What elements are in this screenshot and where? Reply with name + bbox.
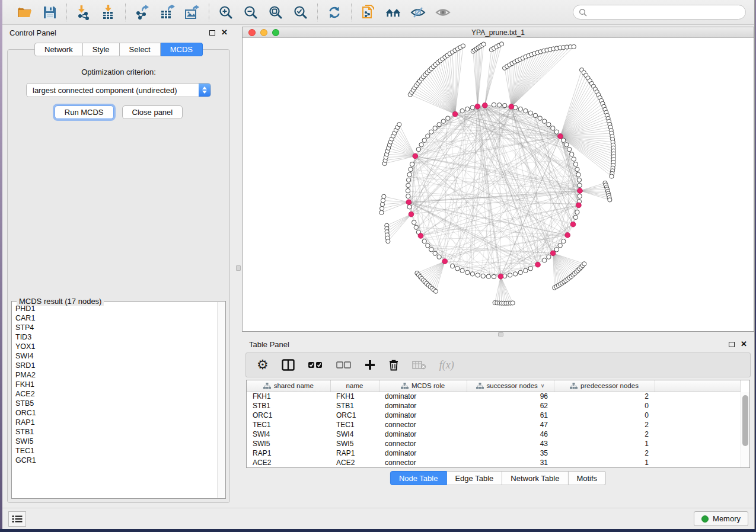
table-scrollbar-thumb[interactable]	[742, 395, 748, 446]
table-cell[interactable]: 0	[554, 411, 655, 420]
table-cell[interactable]: 2	[554, 420, 655, 430]
delete-column-icon[interactable]	[388, 356, 399, 374]
export-network-icon[interactable]	[134, 4, 151, 21]
import-table-icon[interactable]	[100, 4, 117, 21]
mcds-result-item[interactable]: YOX1	[15, 342, 217, 351]
table-cell[interactable]: ORC1	[247, 411, 330, 420]
search-field[interactable]	[573, 5, 746, 20]
zoom-out-icon[interactable]	[243, 4, 259, 21]
table-cell[interactable]: 29	[467, 467, 554, 468]
table-cell[interactable]: 61	[467, 411, 554, 420]
tab-network-table[interactable]: Network Table	[502, 471, 568, 485]
show-all-icon[interactable]	[435, 4, 451, 21]
table-cell[interactable]: dominator	[379, 430, 467, 439]
create-column-icon[interactable]	[365, 356, 375, 374]
table-settings-icon[interactable]: ⚙	[257, 356, 269, 374]
table-cell[interactable]: 47	[467, 420, 554, 430]
table-cell[interactable]: YOX1	[330, 467, 379, 468]
vertical-splitter[interactable]	[235, 25, 242, 508]
mcds-result-item[interactable]: SRD1	[15, 361, 217, 370]
table-cell[interactable]: FKH1	[330, 392, 379, 401]
table-cell[interactable]: 35	[467, 448, 554, 458]
float-panel-icon[interactable]	[729, 342, 735, 347]
table-cell[interactable]: 0	[554, 401, 655, 411]
table-cell[interactable]: TEC1	[330, 420, 379, 430]
table-cell[interactable]: YOX1	[247, 467, 330, 468]
table-cell[interactable]: connector	[379, 467, 467, 468]
table-cell[interactable]: 62	[467, 401, 554, 411]
mcds-result-item[interactable]: RAP1	[15, 418, 217, 427]
import-network-icon[interactable]	[75, 4, 92, 21]
table-cell[interactable]: SWI5	[330, 439, 379, 448]
export-image-icon[interactable]	[184, 4, 200, 21]
table-cell[interactable]: 1	[554, 439, 655, 448]
mcds-result-item[interactable]: TID3	[15, 332, 217, 342]
mcds-result-item[interactable]: FKH1	[15, 380, 217, 389]
table-cell[interactable]: ACE2	[247, 458, 330, 467]
table-cell[interactable]: dominator	[379, 448, 467, 458]
table-cell[interactable]: 1	[554, 458, 655, 467]
table-cell[interactable]: 2	[554, 448, 655, 458]
table-row[interactable]: YOX1YOX1connector291	[247, 467, 741, 468]
criterion-dropdown[interactable]: largest connected component (undirected)	[26, 83, 211, 97]
table-cell[interactable]: SWI5	[247, 439, 330, 448]
zoom-fit-icon[interactable]	[267, 4, 284, 21]
memory-button[interactable]: Memory	[694, 511, 748, 526]
hide-selected-icon[interactable]	[410, 4, 426, 21]
column-header-successor-nodes[interactable]: successor nodes∨	[467, 380, 554, 392]
table-cell[interactable]: connector	[379, 420, 467, 430]
column-header-shared-name[interactable]: shared name	[247, 380, 330, 392]
mcds-result-item[interactable]: TEC1	[15, 446, 217, 456]
search-input[interactable]	[591, 8, 740, 17]
save-session-icon[interactable]	[42, 4, 58, 21]
table-cell[interactable]: STB1	[330, 401, 379, 411]
column-header-name[interactable]: name	[330, 380, 379, 392]
first-neighbors-icon[interactable]	[385, 4, 401, 21]
deselect-all-columns-icon[interactable]	[336, 356, 352, 374]
table-row[interactable]: FKH1FKH1dominator962	[247, 392, 741, 401]
mcds-result-scrollbar[interactable]	[217, 302, 225, 498]
mcds-result-item[interactable]: STB5	[15, 399, 217, 408]
horizontal-splitter[interactable]	[242, 332, 754, 337]
mcds-result-item[interactable]: PHD1	[15, 304, 217, 313]
mcds-result-list[interactable]: PHD1CAR1STP4TID3YOX1SWI4SRD1PMA2FKH1ACE2…	[15, 304, 217, 497]
zoom-selected-icon[interactable]	[292, 4, 309, 21]
table-cell[interactable]: TEC1	[247, 420, 330, 430]
tab-select[interactable]: Select	[120, 43, 161, 56]
table-cell[interactable]: 1	[554, 467, 655, 468]
apply-layout-icon[interactable]	[326, 4, 343, 21]
show-columns-icon[interactable]	[282, 356, 295, 374]
table-cell[interactable]: 46	[467, 430, 554, 439]
mcds-result-item[interactable]: SWI5	[15, 437, 217, 446]
tab-style[interactable]: Style	[83, 43, 120, 56]
table-cell[interactable]: RAP1	[247, 448, 330, 458]
mcds-result-item[interactable]: STP4	[15, 323, 217, 332]
mcds-result-item[interactable]: CAR1	[15, 313, 217, 323]
table-cell[interactable]: 2	[554, 392, 655, 401]
table-cell[interactable]: STB1	[247, 401, 330, 411]
column-header-predecessor-nodes[interactable]: predecessor nodes	[554, 380, 655, 392]
tab-edge-table[interactable]: Edge Table	[446, 471, 502, 485]
table-cell[interactable]: 2	[554, 430, 655, 439]
task-history-button[interactable]	[8, 511, 26, 527]
table-cell[interactable]: ORC1	[330, 411, 379, 420]
table-row[interactable]: ACE2ACE2connector311	[247, 458, 741, 467]
table-cell[interactable]: dominator	[379, 401, 467, 411]
table-cell[interactable]: FKH1	[247, 392, 330, 401]
table-cell[interactable]: dominator	[379, 392, 467, 401]
zoom-in-icon[interactable]	[218, 4, 234, 21]
run-mcds-button[interactable]: Run MCDS	[55, 105, 114, 119]
splitter-grip[interactable]	[498, 332, 503, 336]
table-row[interactable]: ORC1ORC1dominator610	[247, 411, 741, 420]
mcds-result-item[interactable]: ORC1	[15, 408, 217, 418]
mcds-result-item[interactable]: GCR1	[15, 456, 217, 465]
mcds-result-item[interactable]: SWI4	[15, 351, 217, 361]
table-cell[interactable]: SWI4	[247, 430, 330, 439]
new-network-from-selection-icon[interactable]	[360, 4, 377, 21]
close-panel-button[interactable]: Close panel	[122, 105, 183, 119]
table-cell[interactable]: 96	[467, 392, 554, 401]
table-cell[interactable]: connector	[379, 439, 467, 448]
mcds-result-item[interactable]: PMA2	[15, 370, 217, 380]
tab-node-table[interactable]: Node Table	[390, 471, 447, 485]
float-panel-icon[interactable]	[209, 30, 215, 36]
